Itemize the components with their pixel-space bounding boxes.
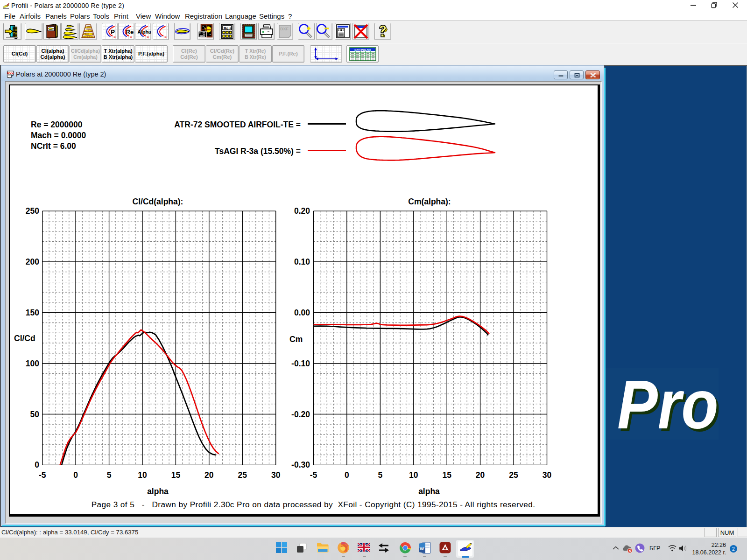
svg-text:Re: Re	[126, 28, 134, 35]
svg-text:10: 10	[409, 470, 418, 480]
svg-text:Cl/Cd(alpha):: Cl/Cd(alpha):	[133, 197, 183, 206]
svg-text:alpha: alpha	[147, 487, 169, 496]
svg-text:100: 100	[26, 359, 39, 368]
svg-text:0: 0	[73, 470, 78, 480]
svg-text:200: 200	[26, 257, 39, 266]
svg-text:0: 0	[345, 470, 349, 480]
svg-text:30: 30	[271, 470, 281, 480]
svg-text:5: 5	[107, 470, 112, 480]
svg-text:Cl/Cd: Cl/Cd	[14, 334, 35, 343]
svg-text:-0.20: -0.20	[291, 410, 310, 419]
svg-text:DATI POLARI: DATI POLARI	[354, 48, 371, 51]
svg-text:DOC: DOC	[7, 71, 14, 74]
svg-text:Cm(alpha):: Cm(alpha):	[408, 197, 451, 206]
svg-text:ATR-72 SMOOTED AIRFOIL-TE =: ATR-72 SMOOTED AIRFOIL-TE =	[174, 120, 301, 129]
svg-text:50: 50	[30, 410, 40, 419]
svg-text:-0.30: -0.30	[291, 460, 310, 469]
svg-text:Cm: Cm	[289, 335, 303, 344]
svg-text:Re = 2000000: Re = 2000000	[31, 120, 83, 129]
svg-text:15: 15	[171, 470, 181, 480]
svg-text:20: 20	[476, 470, 485, 480]
svg-text:30: 30	[543, 470, 552, 480]
svg-text:alpha: alpha	[418, 487, 440, 496]
svg-text:0.20: 0.20	[294, 206, 310, 216]
svg-text:150: 150	[26, 308, 39, 317]
svg-text:0.00: 0.00	[294, 308, 310, 317]
svg-text:Alpha: Alpha	[138, 29, 151, 35]
svg-text:10: 10	[138, 470, 147, 480]
svg-text:15: 15	[442, 470, 451, 480]
svg-text:5: 5	[378, 470, 383, 480]
svg-text:0: 0	[35, 460, 39, 469]
svg-text:-5: -5	[310, 470, 317, 480]
svg-text:25: 25	[509, 470, 518, 480]
svg-text:Page 3 of 5 - Drawn by Pro: Page 3 of 5 - Drawn by Profili 2.30c Pro…	[92, 500, 536, 509]
svg-text:Mach = 0.0000: Mach = 0.0000	[31, 131, 86, 140]
svg-text:-5: -5	[39, 470, 46, 480]
svg-text:-0.10: -0.10	[291, 359, 310, 368]
svg-text:TsAGI R-3a (15.50%) =: TsAGI R-3a (15.50%) =	[215, 147, 301, 156]
svg-text:P: P	[111, 28, 115, 35]
svg-text:20: 20	[204, 470, 214, 480]
svg-text:250: 250	[26, 206, 39, 216]
svg-text:W: W	[420, 546, 424, 551]
svg-text:DXF: DXF	[280, 27, 289, 31]
svg-text:0.10: 0.10	[294, 257, 310, 266]
svg-text:NCrit = 6.00: NCrit = 6.00	[31, 141, 76, 151]
svg-text:25: 25	[238, 470, 247, 480]
svg-text:Re =: Re =	[224, 26, 232, 30]
